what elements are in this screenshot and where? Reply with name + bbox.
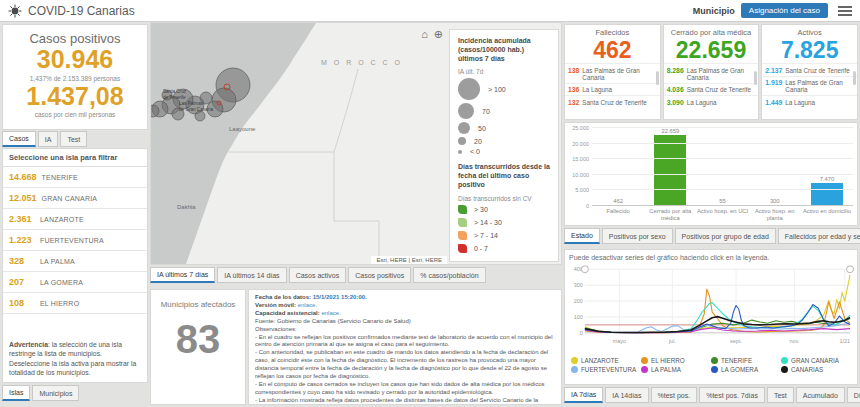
- size-circle-icon: [458, 78, 480, 100]
- stat-title: Fallecidos: [565, 28, 660, 37]
- stats-row: Fallecidos462138Las Palmas de Gran Canar…: [564, 24, 858, 120]
- mini-scrollbar[interactable]: [656, 71, 659, 85]
- map-label-laayoune: Laayoune: [229, 126, 256, 132]
- municipio-label: Municipio: [693, 6, 735, 16]
- svg-text:300: 300: [574, 282, 583, 288]
- map-label-morocco: M O R O C C O: [321, 59, 403, 66]
- stat-item-la-laguna[interactable]: 1.449La Laguna: [762, 95, 857, 108]
- basemap-icon[interactable]: ⊕: [434, 29, 443, 40]
- legend-hint: Puede desactivar series del gráfico haci…: [569, 254, 853, 261]
- observation-3: - En el cómputo de casos cerrados se inc…: [255, 381, 555, 397]
- status-chart-tabs-fallecidos-por-edad-y-sexo[interactable]: Fallecidos por edad y sexo: [778, 228, 860, 244]
- menu-icon[interactable]: [838, 6, 852, 16]
- stat-value: 462: [565, 37, 660, 63]
- stat-title: Activos: [762, 28, 857, 37]
- legend-size-list: > 100705020< 0: [458, 78, 550, 155]
- legend-item-la-palma[interactable]: LA PALMA: [641, 366, 711, 373]
- home-icon[interactable]: ⌂: [421, 29, 428, 40]
- stat-item-la-laguna[interactable]: 136La Laguna: [565, 83, 660, 96]
- size-circle-icon: [458, 137, 466, 145]
- stat-panel-activos: Activos7.8252.137Santa Cruz de Tenerife1…: [761, 24, 858, 120]
- series-chart-tabs-test-pos-7d-as[interactable]: %test pos. 7días: [699, 387, 765, 403]
- app-title: COVID-19 Canarias: [28, 4, 135, 18]
- bar-fallecido: 462: [592, 128, 644, 206]
- positive-tabs-test[interactable]: Test: [60, 131, 87, 147]
- assign-case-button[interactable]: Asignación del caso: [741, 3, 828, 18]
- bar-chart-y-axis: 05.00010.00015.00020.00025.000: [569, 128, 592, 206]
- series-chart-tabs-ia-7d-as[interactable]: IA 7días: [564, 387, 603, 403]
- stat-item-la-laguna[interactable]: 3.090La Laguna: [664, 95, 759, 108]
- island-row-lanzarote[interactable]: 2.361LANZAROTE: [3, 209, 147, 230]
- positive-tabs-ia[interactable]: IA: [38, 131, 59, 147]
- island-municipio-tabs: IslasMunicipios: [2, 385, 79, 401]
- legend-item-la-gomera[interactable]: LA GOMERA: [711, 366, 781, 373]
- legend-dot-icon: [781, 357, 788, 364]
- island-row-fuerteventura[interactable]: 1.223FUERTEVENTURA: [3, 230, 147, 251]
- mini-scrollbar[interactable]: [754, 71, 757, 85]
- legend-days-0-7: 0 - 7: [458, 244, 550, 253]
- series-chart-tabs-ia-14d-as[interactable]: IA 14días: [605, 387, 648, 403]
- legend-item-canarias[interactable]: CANARIAS: [781, 366, 851, 373]
- bubble-label-tenerife-2: de Tenerife: [163, 95, 186, 100]
- stat-item-santa-cruz-de-tenerife[interactable]: 4.036Santa Cruz de Tenerife: [664, 83, 759, 96]
- positive-tabs: CasosIATest: [2, 131, 87, 147]
- stat-item-name: La Laguna: [785, 99, 815, 106]
- legend-item-gran-canaria[interactable]: GRAN CANARIA: [781, 357, 851, 364]
- size-label: 70: [482, 108, 490, 115]
- legend-item-tenerife[interactable]: TENERIFE: [711, 357, 781, 364]
- series-chart-tabs-acumulado[interactable]: Acumulado: [796, 387, 845, 403]
- series-chart-tabs-test[interactable]: Test: [767, 387, 794, 403]
- status-chart-tabs-estado[interactable]: Estado: [564, 228, 600, 244]
- stat-value: 7.825: [762, 37, 857, 63]
- legend-item-lanzarote[interactable]: LANZAROTE: [571, 357, 641, 364]
- island-row-gran-canaria[interactable]: 12.051GRAN CANARIA: [3, 188, 147, 209]
- legend-label: EL HIERRO: [651, 357, 685, 364]
- status-chart-tabs-positivos-por-sexo[interactable]: Positivos por sexo: [602, 228, 673, 244]
- legend-size-100: > 100: [458, 78, 550, 100]
- status-bar-chart-panel: 05.00010.00015.00020.00025.000 46222.659…: [564, 122, 858, 226]
- island-value: 108: [9, 298, 35, 308]
- mini-scrollbar[interactable]: [853, 71, 856, 85]
- legend-item-fuerteventura[interactable]: FUERTEVENTURA: [571, 366, 641, 373]
- map-tabs-ia-ltimos-14-d-as[interactable]: IA últimos 14 días: [217, 267, 286, 283]
- island-row-tenerife[interactable]: 14.668TENERIFE: [3, 167, 147, 188]
- zoom-slider-handle[interactable]: [847, 266, 854, 273]
- series-chart-panel: Puede desactivar series del gráfico haci…: [564, 249, 858, 385]
- stat-item-las-palmas-de-gran-canaria[interactable]: 8.286Las Palmas de Gran Canaria: [664, 63, 759, 83]
- series-chart-tabs-diario[interactable]: Diario: [847, 387, 860, 403]
- affected-municipalities-value: 83: [151, 317, 245, 362]
- affected-municipalities-title: Municipios afectados: [151, 300, 245, 309]
- stat-item-las-palmas-de-gran-canaria[interactable]: 1.919Las Palmas de Gran Canaria: [762, 76, 857, 96]
- island-row-el-hierro[interactable]: 108EL HIERRO: [3, 293, 147, 314]
- map-tabs-casos-activos[interactable]: Casos activos: [289, 267, 347, 283]
- legend-label: FUERTEVENTURA: [581, 366, 636, 373]
- island-row-la-gomera[interactable]: 207LA GOMERA: [3, 272, 147, 293]
- island-name: LA PALMA: [40, 258, 75, 265]
- map-tabs-casos-poblaci-n[interactable]: % casos/población: [413, 267, 485, 283]
- series-chart-tabs-test-pos[interactable]: %test pos.: [651, 387, 698, 403]
- legend-item-el-hierro[interactable]: EL HIERRO: [641, 357, 711, 364]
- svg-text:200: 200: [574, 298, 583, 304]
- island-municipio-tabs-islas[interactable]: Islas: [2, 385, 30, 401]
- stat-item-name: La Laguna: [687, 99, 717, 106]
- island-row-la-palma[interactable]: 328LA PALMA: [3, 251, 147, 272]
- zoom-slider-handle[interactable]: [581, 266, 588, 273]
- stat-title: Cerrado por alta médica: [664, 28, 759, 37]
- island-municipio-tabs-municipios[interactable]: Municipios: [32, 385, 79, 401]
- legend-label: LA PALMA: [651, 366, 681, 373]
- map-tabs-casos-positivos[interactable]: Casos positivos: [348, 267, 411, 283]
- mobile-version-link[interactable]: enlace.: [298, 302, 317, 308]
- status-chart-tabs-positivos-por-grupo-de-edad[interactable]: Positivos por grupo de edad: [675, 228, 776, 244]
- date-label: Fecha de los datos:: [255, 294, 311, 300]
- stat-item-santa-cruz-de-tenerife[interactable]: 132Santa Cruz de Tenerife: [565, 95, 660, 108]
- map-tabs-ia-ltimos-7-d-as[interactable]: IA últimos 7 días: [150, 267, 215, 283]
- capacity-link[interactable]: enlace.: [321, 310, 340, 316]
- island-name: LANZAROTE: [40, 216, 84, 223]
- stat-item-santa-cruz-de-tenerife[interactable]: 2.137Santa Cruz de Tenerife: [762, 63, 857, 76]
- positive-tabs-casos[interactable]: Casos: [2, 131, 36, 147]
- bar-activo-en-domicilio: 7.470: [801, 128, 853, 206]
- legend-label: GRAN CANARIA: [791, 357, 839, 364]
- island-value: 12.051: [9, 193, 37, 203]
- map[interactable]: Santa Cruz de Tenerife Las Palmas de Gra…: [150, 22, 562, 265]
- stat-item-las-palmas-de-gran-canaria[interactable]: 138Las Palmas de Gran Canaria: [565, 63, 660, 83]
